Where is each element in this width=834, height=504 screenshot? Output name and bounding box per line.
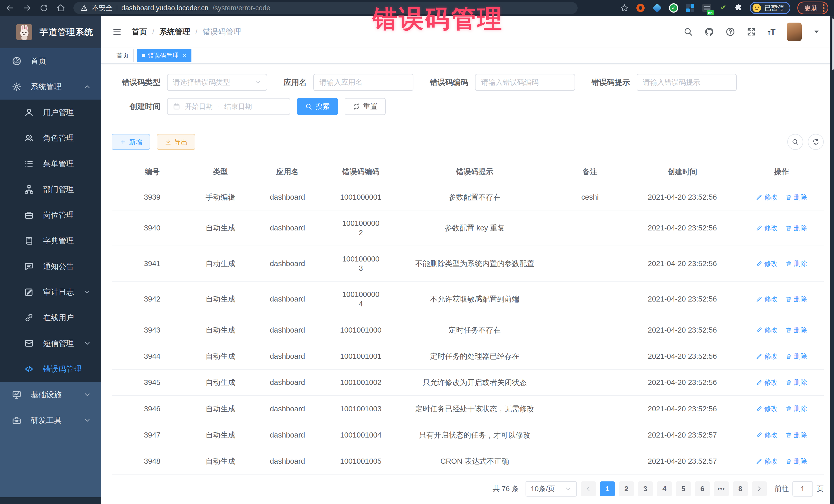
delete-link[interactable]: 删除 [786, 431, 807, 439]
close-tab-icon[interactable]: × [183, 51, 186, 60]
date-range-picker[interactable]: 开始日期 - 结束日期 [167, 98, 290, 115]
table-row: 3946自动生成dashboard1001001003定时任务已经处于该状态，无… [112, 396, 824, 422]
cell-id: 3946 [112, 396, 193, 422]
sidebar-item-post-management[interactable]: 岗位管理 [0, 202, 101, 228]
page-button-5[interactable]: 5 [676, 481, 691, 496]
sidebar-item-online-users[interactable]: 在线用户 [0, 305, 101, 330]
edit-link[interactable]: 修改 [756, 193, 778, 201]
browser-back-icon[interactable] [6, 4, 14, 12]
delete-link[interactable]: 删除 [786, 193, 807, 201]
cell-error-code: 1001001005 [327, 448, 395, 474]
delete-link[interactable]: 删除 [786, 352, 807, 360]
refresh-table-button[interactable] [808, 134, 824, 150]
tab-home[interactable]: 首页 [112, 49, 134, 62]
edit-link[interactable]: 修改 [756, 352, 778, 360]
delete-link[interactable]: 删除 [786, 404, 807, 413]
extension-blue-gem-icon[interactable] [652, 3, 662, 13]
page-button-6[interactable]: 6 [695, 481, 710, 496]
reset-button[interactable]: 重置 [345, 98, 386, 115]
export-button[interactable]: 导出 [157, 134, 195, 150]
browser-profile-chip[interactable]: 已暂停 [750, 2, 790, 14]
browser-reload-icon[interactable] [40, 4, 48, 12]
github-icon[interactable] [704, 27, 714, 37]
sidebar-item-dept-management[interactable]: 部门管理 [0, 177, 101, 202]
sidebar-item-home[interactable]: 首页 [0, 48, 101, 74]
delete-link[interactable]: 删除 [786, 259, 807, 268]
delete-link[interactable]: 删除 [786, 295, 807, 303]
sidebar-item-dict-management[interactable]: 字典管理 [0, 228, 101, 254]
edit-link[interactable]: 修改 [756, 457, 778, 465]
fullscreen-icon[interactable] [746, 27, 756, 37]
extension-green-check-icon[interactable]: ✓ [669, 3, 678, 13]
page-button-1[interactable]: 1 [600, 481, 615, 496]
more-pages-button[interactable]: ••• [714, 481, 729, 496]
edit-link[interactable]: 修改 [756, 431, 778, 439]
edit-link[interactable]: 修改 [756, 404, 778, 413]
error-hint-input[interactable] [637, 74, 737, 91]
page-button-8[interactable]: 8 [733, 481, 748, 496]
prev-page-button[interactable] [581, 481, 596, 496]
browser-home-icon[interactable] [57, 4, 65, 12]
header-search-icon[interactable] [683, 27, 693, 37]
help-icon[interactable] [725, 27, 735, 37]
browser-forward-icon[interactable] [23, 4, 31, 12]
toggle-search-button[interactable] [787, 134, 803, 150]
edit-link[interactable]: 修改 [756, 259, 778, 268]
cell-remark: ceshi [554, 184, 626, 210]
user-avatar[interactable] [787, 23, 802, 41]
page-button-4[interactable]: 4 [657, 481, 672, 496]
page-button-2[interactable]: 2 [619, 481, 634, 496]
sidebar-toggle-icon[interactable] [112, 27, 123, 37]
extension-grid-icon[interactable] [685, 3, 695, 13]
breadcrumb-item[interactable]: 系统管理 [159, 27, 190, 37]
chevron-down-icon [83, 391, 91, 398]
edit-link[interactable]: 修改 [756, 224, 778, 232]
page-button-3[interactable]: 3 [638, 481, 653, 496]
delete-link-label: 删除 [794, 431, 807, 439]
edit-link[interactable]: 修改 [756, 378, 778, 387]
sidebar-item-user-management[interactable]: 用户管理 [0, 100, 101, 125]
bookmark-star-icon[interactable] [620, 4, 629, 12]
extension-list-on-icon[interactable]: on [702, 3, 711, 13]
sidebar-item-menu-management[interactable]: 菜单管理 [0, 151, 101, 177]
scrollbar-thumb[interactable] [832, 19, 834, 70]
delete-link[interactable]: 删除 [786, 378, 807, 387]
users-icon [24, 133, 34, 143]
breadcrumb-item[interactable]: 首页 [132, 27, 147, 37]
edit-link[interactable]: 修改 [756, 326, 778, 334]
user-menu-caret-icon[interactable] [813, 28, 820, 36]
search-button[interactable]: 搜索 [297, 98, 338, 115]
edit-link[interactable]: 修改 [756, 295, 778, 303]
delete-icon [786, 261, 792, 267]
font-size-icon[interactable]: тT [768, 27, 775, 37]
browser-update-button[interactable]: 更新 [797, 2, 828, 14]
calendar-icon [173, 103, 180, 110]
sidebar-item-dev-tools[interactable]: 研发工具 [0, 408, 101, 433]
extension-orange-ring-icon[interactable] [636, 3, 645, 13]
sidebar-item-audit-log[interactable]: 审计日志 [0, 279, 101, 305]
app-name-input[interactable] [313, 74, 413, 91]
sidebar-item-infrastructure[interactable]: 基础设施 [0, 382, 101, 408]
sidebar-item-system-management[interactable]: 系统管理 [0, 74, 101, 100]
extension-sprout-icon[interactable] [719, 4, 727, 12]
error-code-input[interactable] [475, 74, 575, 91]
extensions-puzzle-icon[interactable] [734, 4, 743, 12]
goto-page-input[interactable] [792, 481, 813, 497]
page-size-select[interactable]: 10条/页 [526, 481, 577, 497]
error-type-select[interactable]: 请选择错误码类型 [167, 74, 267, 91]
search-icon [792, 138, 799, 146]
tab-error-code-management[interactable]: 错误码管理× [137, 49, 192, 62]
sidebar-item-label: 部门管理 [43, 184, 74, 195]
delete-link[interactable]: 删除 [786, 224, 807, 232]
address-bar[interactable]: 不安全 dashboard.yudao.iocoder.cn/system/er… [73, 2, 578, 14]
next-page-button[interactable] [752, 481, 767, 496]
delete-link[interactable]: 删除 [786, 457, 807, 465]
sidebar-item-error-code-management[interactable]: 错误码管理 [0, 356, 101, 382]
delete-link[interactable]: 删除 [786, 326, 807, 334]
app-logo[interactable]: 芋道管理系统 [0, 16, 101, 48]
sidebar-item-notice-announcement[interactable]: 通知公告 [0, 254, 101, 279]
chevron-down-icon [83, 339, 91, 347]
add-button[interactable]: 新增 [112, 134, 150, 150]
sidebar-item-role-management[interactable]: 角色管理 [0, 125, 101, 151]
sidebar-item-sms-management[interactable]: 短信管理 [0, 330, 101, 356]
